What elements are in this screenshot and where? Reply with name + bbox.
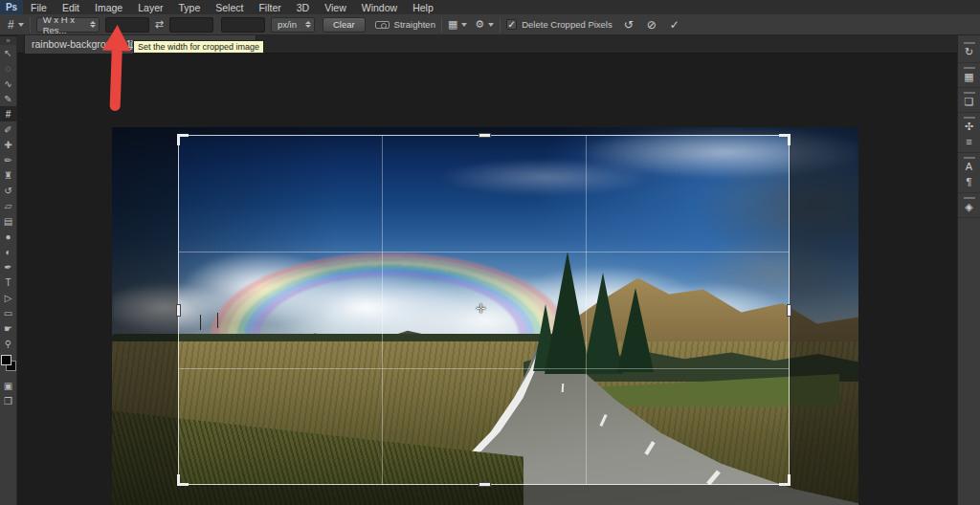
crop-options-bar: # W x H x Res... ⇄ px/in Clear Straighte… <box>0 14 980 35</box>
straighten-icon[interactable] <box>375 21 390 29</box>
tool-crop[interactable]: # <box>0 106 17 121</box>
crop-shield-right <box>790 135 858 485</box>
panel-label <box>964 157 975 159</box>
crop-handle-top-right[interactable] <box>779 134 791 145</box>
tool-blur[interactable]: ● <box>0 229 17 244</box>
annotation-arrow-icon <box>99 24 132 116</box>
foreground-background-swatches[interactable] <box>0 355 17 378</box>
menu-select[interactable]: Select <box>208 0 251 14</box>
foreground-color-swatch[interactable] <box>1 355 11 365</box>
menu-type[interactable]: Type <box>170 0 208 14</box>
crop-handle-bottom[interactable] <box>479 482 491 487</box>
tool-quick-selection[interactable]: ✎ <box>0 91 17 106</box>
panel-label <box>964 42 975 44</box>
commit-crop-icon[interactable]: ✓ <box>670 18 679 32</box>
resolution-unit-dropdown[interactable]: px/in <box>271 17 315 33</box>
panel-3d[interactable]: ◈ <box>958 195 980 214</box>
tool-quick-mask[interactable]: ▣ <box>0 378 17 393</box>
separator <box>30 17 31 33</box>
tool-lasso[interactable]: ∿ <box>0 76 17 91</box>
menu-help[interactable]: Help <box>405 0 441 14</box>
tool-eyedropper[interactable]: ✐ <box>0 121 17 137</box>
swatches-icon: ▦ <box>964 71 973 82</box>
crop-handle-bottom-left[interactable] <box>177 474 189 486</box>
delete-cropped-pixels-checkbox[interactable]: ✓ <box>506 19 517 30</box>
tool-dodge[interactable]: ◐ <box>0 244 17 259</box>
delete-cropped-pixels-label[interactable]: Delete Cropped Pixels <box>522 19 612 30</box>
thirds-gridline-vertical <box>382 136 383 484</box>
panel-adjustments[interactable]: ✣ <box>958 115 980 134</box>
crop-resolution-input[interactable] <box>221 17 265 33</box>
tool-screen-mode[interactable]: ❐ <box>0 393 17 408</box>
menu-edit[interactable]: Edit <box>55 0 87 14</box>
history-icon: ↻ <box>965 46 973 57</box>
tool-zoom[interactable]: ⚲ <box>0 336 17 351</box>
tool-hand[interactable]: ☛ <box>0 320 17 336</box>
tool-eraser[interactable]: ▱ <box>0 198 17 213</box>
tool-move[interactable]: ↖ <box>0 45 17 60</box>
tool-history-brush[interactable]: ↺ <box>0 183 17 198</box>
panel-swatches[interactable]: ▦ <box>958 65 980 84</box>
menu-image[interactable]: Image <box>87 0 130 14</box>
tool-marquee[interactable]: ◌ <box>0 60 17 76</box>
panel-paragraph[interactable]: ¶ <box>958 174 980 189</box>
gear-caret-icon[interactable] <box>488 23 494 27</box>
cancel-crop-icon[interactable]: ⊘ <box>647 18 657 32</box>
panel-label <box>964 92 975 94</box>
menu-window[interactable]: Window <box>354 0 405 14</box>
tooltip: Set the width for cropped image <box>133 40 264 54</box>
tool-shape[interactable]: ▭ <box>0 305 17 320</box>
tool-clone-stamp[interactable]: ♜ <box>0 167 17 183</box>
toolbar-collapse-icon[interactable]: » <box>0 36 16 45</box>
panel-history[interactable]: ↻ <box>958 40 980 59</box>
crop-handle-top-left[interactable] <box>177 134 189 145</box>
panel-label <box>964 67 975 69</box>
crop-height-input[interactable] <box>169 17 213 33</box>
clear-button[interactable]: Clear <box>323 17 366 33</box>
panel-label <box>964 117 975 119</box>
panel-styles[interactable]: ≡ <box>958 134 980 149</box>
character-icon: A <box>966 161 972 172</box>
arrow-head <box>102 25 132 52</box>
menu-3d[interactable]: 3D <box>289 0 317 14</box>
crop-shield-left <box>112 135 178 485</box>
crop-preset-dropdown[interactable]: W x H x Res... <box>36 17 100 33</box>
tool-path-selection[interactable]: ▷ <box>0 290 17 305</box>
menu-view[interactable]: View <box>317 0 354 14</box>
overlay-options-icon[interactable]: ▦ <box>448 18 457 31</box>
crop-shield-bottom <box>112 485 858 505</box>
tool-healing-brush[interactable]: ✚ <box>0 137 17 152</box>
tool-gradient[interactable]: ▤ <box>0 213 17 229</box>
thirds-gridline-horizontal <box>179 252 789 252</box>
crop-settings-gear-icon[interactable]: ⚙ <box>475 18 484 31</box>
panel-character[interactable]: A <box>958 155 980 174</box>
menu-filter[interactable]: Filter <box>251 0 288 14</box>
straighten-label[interactable]: Straighten <box>394 19 435 30</box>
menu-layer[interactable]: Layer <box>130 0 170 14</box>
canvas-area[interactable]: ✛ <box>17 54 957 505</box>
tool-preset-caret-icon[interactable] <box>18 23 24 27</box>
tool-type[interactable]: T <box>0 274 17 290</box>
crop-tool-icon: # <box>8 18 14 32</box>
3d-icon: ◈ <box>965 201 972 212</box>
crop-handle-right[interactable] <box>787 304 791 317</box>
panel-layer-comps[interactable]: ❏ <box>958 90 980 109</box>
crop-handle-bottom-right[interactable] <box>779 474 791 486</box>
document-image[interactable]: ✛ <box>112 127 858 505</box>
photoshop-window: Ps File Edit Image Layer Type Select Fil… <box>0 0 980 505</box>
separator <box>500 17 501 33</box>
thirds-gridline-vertical <box>586 136 587 484</box>
menu-file[interactable]: File <box>23 0 55 14</box>
crop-handle-top[interactable] <box>479 133 491 138</box>
combo-arrows-icon <box>90 21 96 28</box>
resolution-unit-label: px/in <box>278 19 297 30</box>
tool-pen[interactable]: ✒ <box>0 259 17 274</box>
crop-center-pivot-icon[interactable]: ✛ <box>476 301 486 316</box>
overlay-caret-icon[interactable] <box>461 23 467 27</box>
combo-arrows-icon <box>305 21 311 28</box>
panel-label <box>964 197 975 199</box>
reset-crop-icon[interactable]: ↺ <box>624 18 634 32</box>
tool-brush[interactable]: ✏ <box>0 152 17 167</box>
crop-handle-left[interactable] <box>176 304 181 317</box>
swap-dimensions-icon[interactable]: ⇄ <box>155 18 164 31</box>
